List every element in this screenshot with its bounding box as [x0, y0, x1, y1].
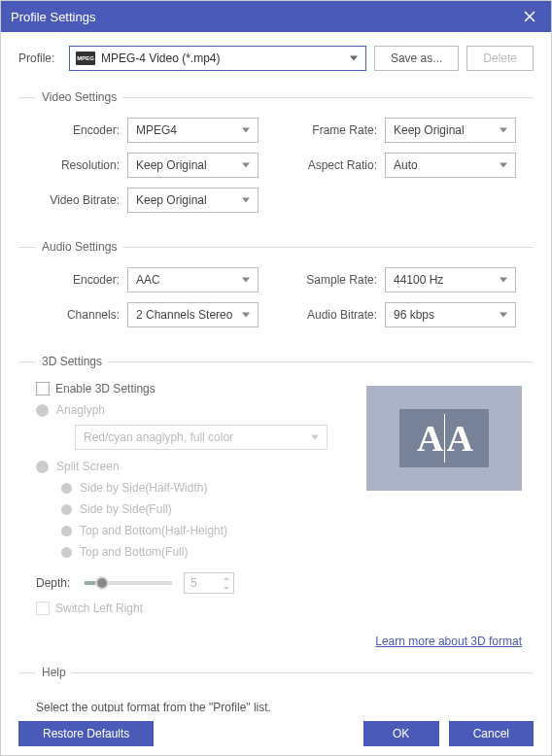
chevron-down-icon	[311, 435, 319, 440]
aspect-select[interactable]: Auto	[385, 153, 516, 178]
radio-icon	[36, 404, 49, 417]
video-settings-section: Video Settings Encoder: MPEG4 Frame Rate…	[18, 90, 534, 223]
framerate-select[interactable]: Keep Original	[385, 118, 516, 143]
chevron-down-icon	[242, 198, 250, 203]
restore-defaults-button[interactable]: Restore Defaults	[18, 721, 154, 746]
depth-slider[interactable]	[85, 581, 172, 585]
aspect-label: Aspect Ratio:	[276, 158, 385, 172]
radio-icon	[61, 547, 72, 558]
spinner-down-icon	[220, 583, 233, 593]
profile-value: MPEG-4 Video (*.mp4)	[101, 52, 221, 65]
radio-icon	[61, 504, 72, 515]
framerate-label: Frame Rate:	[276, 123, 385, 137]
channels-label: Channels:	[18, 308, 127, 322]
chevron-down-icon	[350, 56, 358, 61]
depth-label: Depth:	[36, 576, 85, 590]
video-section-title: Video Settings	[36, 90, 122, 104]
help-section: Help Select the output format from the "…	[18, 666, 534, 712]
delete-button: Delete	[466, 46, 534, 71]
mpeg-icon: MPEG	[76, 52, 95, 65]
split-screen-radio: Split Screen	[36, 460, 325, 473]
spinner-up-icon	[220, 573, 233, 583]
audio-bitrate-select[interactable]: 96 kbps	[385, 302, 516, 327]
chevron-down-icon	[500, 278, 507, 283]
video-bitrate-select[interactable]: Keep Original	[127, 188, 259, 213]
chevron-down-icon	[242, 128, 250, 133]
tab-full-radio: Top and Bottom(Full)	[36, 545, 325, 559]
chevron-down-icon	[242, 313, 250, 318]
depth-spinner: 5	[184, 572, 234, 594]
threed-settings-section: 3D Settings Enable 3D Settings Anaglyph …	[18, 355, 534, 648]
ok-button[interactable]: OK	[363, 721, 439, 746]
anaglyph-mode-select: Red/cyan anaglyph, full color	[75, 425, 328, 450]
sbs-half-radio: Side by Side(Half-Width)	[36, 481, 325, 495]
help-section-title: Help	[36, 666, 72, 679]
profile-row: Profile: MPEG MPEG-4 Video (*.mp4) Save …	[18, 46, 534, 71]
titlebar: Profile Settings	[1, 1, 551, 32]
cancel-button[interactable]: Cancel	[449, 721, 534, 746]
threed-section-title: 3D Settings	[36, 355, 108, 368]
sbs-full-radio: Side by Side(Full)	[36, 502, 325, 516]
audio-encoder-select[interactable]: AAC	[127, 267, 259, 292]
samplerate-select[interactable]: 44100 Hz	[385, 267, 516, 292]
help-text: Select the output format from the "Profi…	[18, 693, 534, 712]
learn-more-link[interactable]: Learn more about 3D format	[375, 635, 522, 648]
radio-icon	[61, 526, 72, 536]
switch-lr-checkbox	[36, 601, 50, 615]
video-encoder-select[interactable]: MPEG4	[127, 118, 259, 143]
enable-3d-label: Enable 3D Settings	[55, 382, 155, 395]
chevron-down-icon	[242, 278, 250, 283]
save-as-button[interactable]: Save as...	[374, 46, 459, 71]
chevron-down-icon	[500, 163, 507, 168]
profile-settings-window: Profile Settings Profile: MPEG MPEG-4 Vi…	[0, 0, 552, 756]
radio-icon	[36, 461, 49, 473]
footer: Restore Defaults OK Cancel	[1, 712, 551, 755]
chevron-down-icon	[500, 313, 507, 318]
window-title: Profile Settings	[11, 10, 95, 24]
audio-encoder-label: Encoder:	[18, 273, 127, 287]
profile-select[interactable]: MPEG MPEG-4 Video (*.mp4)	[69, 46, 366, 71]
video-bitrate-label: Video Bitrate:	[18, 193, 127, 207]
audio-section-title: Audio Settings	[36, 240, 122, 254]
radio-icon	[61, 483, 72, 494]
content-area: Profile: MPEG MPEG-4 Video (*.mp4) Save …	[1, 32, 551, 712]
enable-3d-row[interactable]: Enable 3D Settings	[36, 382, 325, 395]
tab-half-radio: Top and Bottom(Half-Height)	[36, 524, 325, 537]
samplerate-label: Sample Rate:	[276, 273, 385, 287]
threed-preview: AA	[366, 386, 522, 491]
video-encoder-label: Encoder:	[18, 123, 127, 137]
audio-settings-section: Audio Settings Encoder: AAC Sample Rate:…	[18, 240, 534, 337]
chevron-down-icon	[242, 163, 250, 168]
audio-bitrate-label: Audio Bitrate:	[276, 308, 385, 322]
enable-3d-checkbox[interactable]	[36, 382, 50, 395]
slider-thumb[interactable]	[95, 576, 109, 590]
chevron-down-icon	[500, 128, 507, 133]
resolution-label: Resolution:	[18, 158, 127, 172]
close-icon[interactable]	[518, 5, 541, 28]
channels-select[interactable]: 2 Channels Stereo	[127, 302, 259, 327]
resolution-select[interactable]: Keep Original	[127, 153, 259, 178]
switch-lr-row: Switch Left Right	[18, 601, 534, 615]
anaglyph-radio: Anaglyph	[36, 403, 325, 417]
profile-label: Profile:	[18, 52, 61, 65]
